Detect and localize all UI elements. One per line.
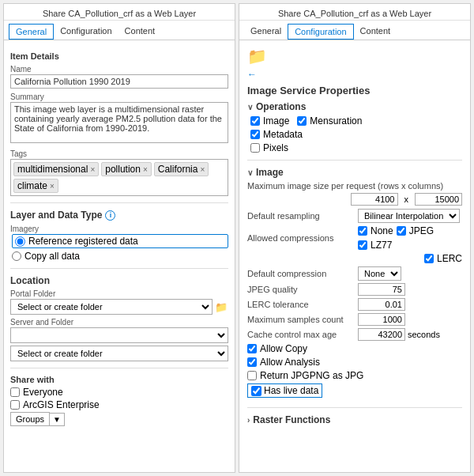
tag-climate: climate ×: [13, 179, 58, 193]
tags-box: multidimensional × pollution × Californi…: [10, 159, 228, 196]
everyone-checkbox[interactable]: [10, 387, 20, 397]
back-arrow-icon: ←: [247, 69, 257, 80]
tag-remove-climate[interactable]: ×: [50, 182, 55, 191]
pixels-checkbox[interactable]: [250, 143, 260, 153]
radio-copy-input[interactable]: [12, 251, 21, 261]
default-compression-select[interactable]: None: [358, 266, 401, 281]
operations-section: ∨ Operations Image Mensuration: [247, 101, 462, 153]
summary-label: Summary: [10, 93, 228, 101]
tag-remove-california[interactable]: ×: [200, 165, 205, 174]
right-tab-configuration[interactable]: Configuration: [288, 24, 353, 40]
back-button[interactable]: ←: [247, 69, 462, 80]
groups-row: Groups ▼: [10, 412, 228, 426]
tag-remove-pollution[interactable]: ×: [143, 165, 148, 174]
name-label: Name: [10, 65, 228, 74]
default-resampling-row: Default resampling Bilinear Interpolatio…: [247, 209, 462, 223]
allowed-compressions-row: Allowed compressions None JPEG: [247, 225, 462, 251]
compressions-row: None JPEG LZ77: [358, 225, 462, 251]
image-options: Maximum image size per request (rows x c…: [247, 181, 462, 401]
has-live-data-box: Has live data: [247, 383, 322, 398]
summary-input[interactable]: This image web layer is a multidimension…: [10, 102, 228, 143]
right-tab-content[interactable]: Content: [354, 24, 397, 40]
max-rows-input[interactable]: [351, 193, 398, 206]
tag-california: California ×: [154, 162, 209, 176]
comp-lz77-checkbox[interactable]: [358, 240, 367, 250]
server-folder-select[interactable]: Select or create folder: [10, 346, 228, 361]
metadata-checkbox[interactable]: [250, 130, 260, 139]
tags-label: Tags: [10, 149, 228, 158]
mensuration-check-row: Mensuration: [297, 115, 362, 127]
name-input[interactable]: [10, 74, 228, 89]
right-tab-general[interactable]: General: [244, 24, 288, 40]
max-samples-input[interactable]: [358, 313, 405, 326]
radio-reference: Reference registered data: [12, 234, 228, 248]
radio-reference-input[interactable]: [15, 236, 25, 247]
raster-functions-chevron: ›: [247, 416, 250, 425]
server-folder-label: Server and Folder: [10, 318, 228, 327]
portal-folder-select[interactable]: Select or create folder: [10, 299, 213, 315]
info-icon: i: [105, 210, 115, 221]
raster-functions-header[interactable]: › Raster Functions: [247, 414, 462, 425]
cache-max-age-row: Cache control max age seconds: [247, 328, 462, 341]
server-select[interactable]: [10, 327, 228, 343]
allow-copy-checkbox[interactable]: [247, 344, 257, 353]
everyone-checkbox-row: Everyone: [10, 387, 228, 398]
jpeg-quality-row: JPEG quality: [247, 283, 462, 296]
image-section: ∨ Image Maximum image size per request (…: [247, 167, 462, 401]
x-separator: x: [404, 195, 409, 204]
tag-remove-multidimensional[interactable]: ×: [90, 165, 95, 174]
pixels-check-row: Pixels: [250, 142, 462, 153]
layer-data-type-title: Layer and Data Type i: [10, 210, 228, 221]
allow-analysis-row: Allow Analysis: [247, 357, 462, 368]
return-jpgpng-row: Return JPGPNG as JPG: [247, 370, 462, 381]
lerc-tolerance-row: LERC tolerance: [247, 298, 462, 311]
tag-multidimensional: multidimensional ×: [13, 162, 99, 176]
comp-jpeg: JPEG: [397, 225, 434, 236]
seconds-label: seconds: [408, 330, 440, 339]
operations-header[interactable]: ∨ Operations: [247, 101, 462, 112]
left-tabs: General Configuration Content: [4, 21, 235, 40]
jpeg-quality-input[interactable]: [358, 283, 405, 296]
comp-jpeg-checkbox[interactable]: [397, 226, 406, 236]
left-panel-body: Item Details Name Summary This image web…: [4, 40, 235, 472]
image-check-row: Image: [250, 115, 289, 127]
item-details-label: Item Details: [10, 51, 228, 61]
has-live-data-checkbox[interactable]: [251, 386, 261, 396]
left-panel-title: Share CA_Pollution_crf as a Web Layer: [4, 4, 235, 21]
right-panel: Share CA_Pollution_crf as a Web Layer Ge…: [239, 3, 471, 473]
left-tab-general[interactable]: General: [9, 24, 54, 40]
image-service-title: Image Service Properties: [247, 85, 462, 96]
share-with-label: Share with: [10, 375, 228, 384]
right-panel-body: 📁 ← Image Service Properties ∨ Operation…: [239, 40, 470, 472]
portal-folder-row: Select or create folder 📁: [10, 299, 228, 315]
comp-none-checkbox[interactable]: [358, 226, 367, 236]
right-panel-title: Share CA_Pollution_crf as a Web Layer: [239, 4, 470, 21]
default-resampling-select[interactable]: Bilinear Interpolation: [358, 209, 460, 223]
image-header[interactable]: ∨ Image: [247, 167, 462, 178]
portal-folder-icon: 📁: [214, 300, 228, 314]
location-title: Location: [10, 275, 228, 286]
left-tab-content[interactable]: Content: [118, 24, 162, 40]
metadata-check-row: Metadata: [250, 129, 462, 140]
return-jpgpng-checkbox[interactable]: [247, 371, 257, 380]
max-cols-input[interactable]: [415, 193, 462, 206]
enterprise-checkbox[interactable]: [10, 400, 20, 410]
groups-arrow[interactable]: ▼: [50, 413, 65, 426]
left-tab-configuration[interactable]: Configuration: [54, 24, 118, 40]
portal-folder-label: Portal Folder: [10, 289, 228, 298]
image-checkbox[interactable]: [250, 116, 260, 126]
allow-copy-row: Allow Copy: [247, 343, 462, 354]
folder-icon: 📁: [247, 47, 462, 66]
groups-button[interactable]: Groups: [10, 412, 50, 426]
comp-lerc: LERC: [424, 253, 462, 264]
lerc-tolerance-input[interactable]: [358, 298, 405, 311]
comp-lerc-checkbox[interactable]: [424, 254, 434, 263]
imagery-label: Imagery: [10, 225, 228, 233]
radio-copy: Copy all data: [12, 251, 228, 262]
right-tabs: General Configuration Content: [239, 21, 470, 40]
mensuration-checkbox[interactable]: [297, 116, 307, 126]
cache-max-age-input[interactable]: [358, 328, 405, 341]
default-compression-row: Default compression None: [247, 266, 462, 281]
allow-analysis-checkbox[interactable]: [247, 357, 257, 367]
operations-options: Image Mensuration Metadata Pixels: [250, 115, 462, 153]
